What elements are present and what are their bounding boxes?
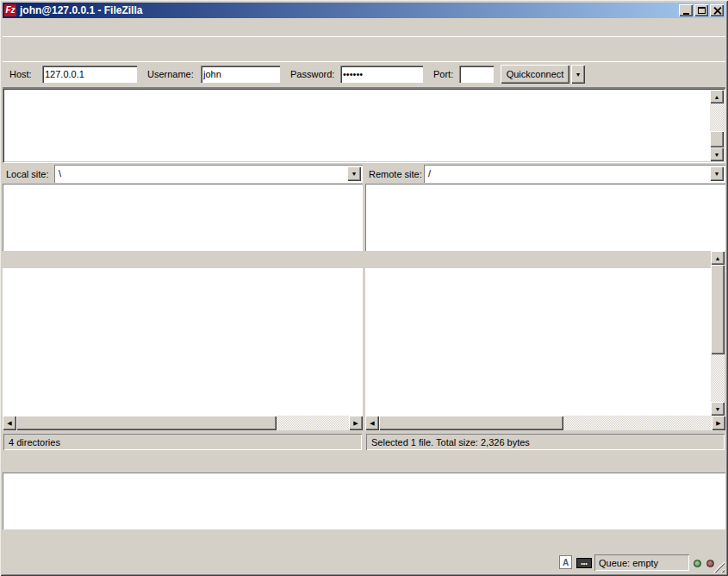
remote-status-bar: Selected 1 file. Total size: 2,326 bytes xyxy=(365,432,725,451)
message-log-scrollbar[interactable]: ▲ ▼ xyxy=(710,90,724,161)
scrollbar-thumb[interactable] xyxy=(711,265,725,354)
maximize-icon xyxy=(698,7,706,14)
maximize-button[interactable] xyxy=(694,4,708,16)
local-site-row: Local site: \ ▼ xyxy=(3,165,363,183)
resize-grip[interactable] xyxy=(713,561,725,573)
scrollbar-thumb[interactable] xyxy=(710,131,724,147)
activity-led-green xyxy=(694,560,701,567)
password-label: Password: xyxy=(290,69,334,79)
local-file-list xyxy=(3,268,363,416)
scroll-right-icon[interactable]: ▶ xyxy=(712,416,725,430)
remote-site-dropdown[interactable]: ▼ xyxy=(710,166,724,181)
password-input[interactable] xyxy=(340,66,423,83)
local-horizontal-scrollbar[interactable]: ◀ ▶ xyxy=(3,416,363,430)
local-site-combo[interactable]: \ ▼ xyxy=(54,165,363,183)
title-bar[interactable]: Fz john@127.0.0.1 - FileZilla xyxy=(3,3,725,18)
filezilla-window: Fz john@127.0.0.1 - FileZilla Host: User… xyxy=(0,0,728,576)
scroll-up-icon[interactable]: ▲ xyxy=(711,251,725,265)
quickconnect-dropdown[interactable]: ▾ xyxy=(571,65,585,84)
remote-site-row: Remote site: / ▼ xyxy=(365,165,725,183)
status-bar: A ••• Queue: empty xyxy=(3,552,725,573)
chevron-down-icon: ▼ xyxy=(714,171,720,177)
queue-status-text: Queue: empty xyxy=(594,554,689,571)
queue-tabs xyxy=(3,531,725,550)
scroll-down-icon[interactable]: ▼ xyxy=(710,147,724,161)
local-status-bar: 4 directories xyxy=(3,432,363,451)
local-directory-tree xyxy=(3,184,363,251)
activity-led-red xyxy=(706,560,714,567)
scroll-right-icon[interactable]: ▶ xyxy=(349,416,363,430)
local-site-label: Local site: xyxy=(6,169,49,179)
port-input[interactable] xyxy=(459,66,494,83)
transfer-type-icon: A xyxy=(559,555,572,569)
close-button[interactable] xyxy=(710,4,724,16)
username-input[interactable] xyxy=(201,66,280,83)
chevron-down-icon: ▾ xyxy=(576,71,580,78)
message-log: ▲ ▼ xyxy=(3,88,725,163)
remote-vertical-scrollbar[interactable]: ▲ ▼ xyxy=(711,251,725,416)
remote-status-text: Selected 1 file. Total size: 2,326 bytes xyxy=(366,434,725,450)
port-label: Port: xyxy=(433,69,453,79)
host-input[interactable] xyxy=(42,66,137,83)
remote-file-list-header xyxy=(365,251,711,268)
remote-site-combo[interactable]: / ▼ xyxy=(424,165,725,183)
minimize-icon xyxy=(683,13,689,15)
message-log-lines xyxy=(6,91,708,161)
quickconnect-bar: Host: Username: Password: Port: Quickcon… xyxy=(3,61,725,88)
local-site-value: \ xyxy=(59,168,61,178)
scroll-down-icon[interactable]: ▼ xyxy=(711,402,725,416)
scroll-up-icon[interactable]: ▲ xyxy=(710,90,724,103)
window-controls xyxy=(679,4,724,16)
scrollbar-thumb[interactable] xyxy=(379,416,563,430)
chevron-down-icon: ▼ xyxy=(352,171,358,177)
transfer-queue-list xyxy=(3,473,725,529)
window-title: john@127.0.0.1 - FileZilla xyxy=(20,4,142,16)
toolbar xyxy=(3,36,725,61)
local-status-text: 4 directories xyxy=(3,434,362,450)
local-file-list-header xyxy=(3,251,363,268)
transfer-queue-header xyxy=(3,454,725,473)
quickconnect-button[interactable]: Quickconnect xyxy=(501,65,569,84)
remote-site-value: / xyxy=(428,168,431,178)
local-site-dropdown[interactable]: ▼ xyxy=(347,166,361,181)
host-label: Host: xyxy=(9,69,32,79)
scroll-left-icon[interactable]: ◀ xyxy=(365,416,379,430)
username-label: Username: xyxy=(147,69,194,79)
scrollbar-thumb[interactable] xyxy=(16,416,277,430)
minimize-button[interactable] xyxy=(679,4,693,16)
remote-horizontal-scrollbar[interactable]: ◀ ▶ xyxy=(365,416,725,430)
speed-limit-icon: ••• xyxy=(576,558,592,568)
filezilla-app-icon: Fz xyxy=(4,4,16,16)
close-icon xyxy=(713,7,721,15)
remote-directory-tree xyxy=(365,184,725,251)
remote-site-label: Remote site: xyxy=(369,169,422,179)
scroll-left-icon[interactable]: ◀ xyxy=(3,416,16,430)
menu-bar xyxy=(3,18,725,36)
remote-file-list xyxy=(365,268,711,416)
